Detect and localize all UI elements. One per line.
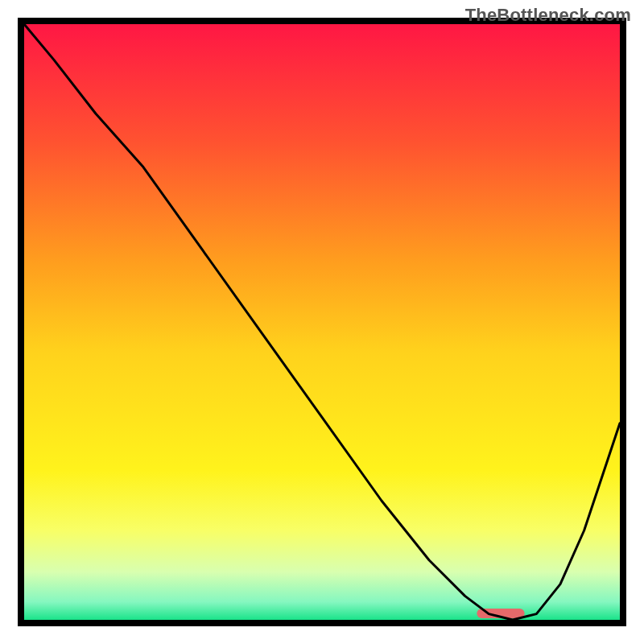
- chart-background: [24, 24, 620, 620]
- watermark-label: TheBottleneck.com: [465, 5, 631, 26]
- bottleneck-chart: [0, 0, 644, 644]
- chart-container: TheBottleneck.com: [0, 0, 644, 644]
